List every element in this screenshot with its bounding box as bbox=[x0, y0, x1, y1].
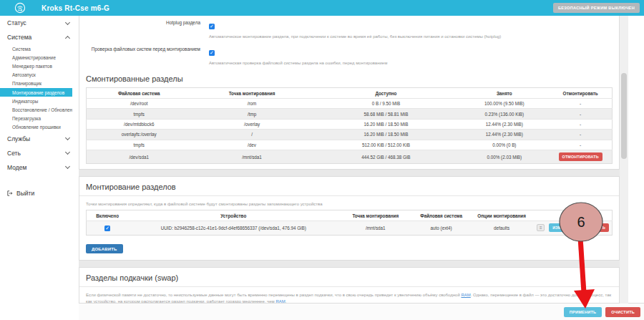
sidebar-section-modem[interactable]: Модем bbox=[0, 160, 79, 175]
column-header: Файловая система bbox=[412, 210, 470, 221]
chevron-up-icon bbox=[65, 35, 70, 40]
action-bar: ПРИМЕНИТЬ ОЧИСТИТЬ bbox=[79, 303, 644, 320]
logout-button[interactable]: Выйти bbox=[0, 184, 79, 203]
safe-mode-button[interactable]: БЕЗОПАСНЫЙ РЕЖИМ ВЫКЛЮЧЕН bbox=[553, 3, 640, 13]
add-mount-button[interactable]: ДОБАВИТЬ bbox=[86, 244, 123, 253]
cell-filesystem: /dev/root bbox=[87, 99, 192, 109]
mounted-partitions-title: Смонтированные разделы bbox=[86, 74, 613, 83]
apply-button[interactable]: ПРИМЕНИТЬ bbox=[564, 307, 602, 317]
chevron-down-icon bbox=[65, 164, 70, 169]
mounted-partitions-table: Файловая система Точка монтирования Дост… bbox=[86, 87, 613, 164]
chevron-down-icon bbox=[65, 19, 70, 24]
sidebar-item-autostart[interactable]: Автозапуск bbox=[0, 71, 72, 79]
sidebar-section-network[interactable]: Сеть bbox=[0, 146, 79, 160]
column-header-actions bbox=[533, 210, 612, 221]
column-header: Доступно bbox=[313, 88, 460, 99]
cell-available: 16.20 MiB / 18.50 MiB bbox=[313, 119, 460, 129]
scrollbar-thumb[interactable] bbox=[621, 73, 627, 159]
mount-settings-card: Hotplug раздела Автоматическое монтирова… bbox=[79, 16, 620, 170]
cell-mount-point: /mnt/sda1 bbox=[192, 150, 313, 163]
main-content: Hotplug раздела Автоматическое монтирова… bbox=[79, 16, 620, 304]
sidebar: Статус Система Система Администрирование… bbox=[0, 16, 79, 320]
cell-used: 0.00% (0 B) bbox=[459, 140, 549, 150]
cell-used: 0.00% (2.03 MiB) bbox=[459, 150, 549, 163]
cell-enabled bbox=[87, 221, 129, 235]
chevron-down-icon bbox=[65, 150, 70, 155]
cell-used: 100.00% (9.50 MiB) bbox=[459, 99, 549, 109]
mount-config-card: Монтирование разделов Точки монтирования… bbox=[79, 176, 620, 261]
sidebar-section-services[interactable]: Службы bbox=[0, 132, 79, 146]
scrollbar[interactable] bbox=[620, 16, 628, 304]
swap-title: Разделы подкачки (swap) bbox=[86, 273, 613, 282]
exit-icon bbox=[7, 190, 13, 196]
cell-filesystem: /dev/mtdblock6 bbox=[87, 119, 192, 129]
column-header: Устройство bbox=[128, 210, 338, 221]
delete-button[interactable]: УДАЛИТЬ bbox=[582, 223, 609, 232]
cell-used: 0.23% (136.00 KiB) bbox=[459, 109, 549, 119]
column-header: Точка монтирования bbox=[338, 210, 412, 221]
column-header: Опции монтирования bbox=[470, 210, 533, 221]
app-header: Kroks Rt-Cse m6-G БЕЗОПАСНЫЙ РЕЖИМ ВЫКЛЮ… bbox=[0, 0, 644, 16]
swap-card: Разделы подкачки (swap) Если физической … bbox=[79, 267, 620, 304]
cell-mount-point: /mnt/sda1 bbox=[338, 221, 412, 235]
swap-hint: Если физической памяти не достаточно, то… bbox=[86, 292, 613, 304]
mount-config-title: Монтирование разделов bbox=[86, 183, 613, 191]
chevron-down-icon bbox=[65, 135, 70, 140]
cell-available: 58.68 MiB / 58.81 MiB bbox=[313, 109, 460, 119]
hotplug-checkbox[interactable] bbox=[209, 24, 215, 29]
cell-unmount: - bbox=[549, 109, 612, 119]
cell-options: defaults bbox=[470, 221, 533, 235]
column-header: Отмонтировать bbox=[549, 88, 612, 99]
hotplug-label: Hotplug раздела bbox=[86, 18, 209, 42]
table-header-row: Файловая система Точка монтирования Дост… bbox=[87, 88, 613, 99]
cell-mount-point: /tmp bbox=[192, 109, 313, 119]
unmount-button[interactable]: ОТМОНТИРОВАТЬ bbox=[559, 152, 602, 161]
divider bbox=[79, 286, 619, 287]
sidebar-item-indicators[interactable]: Индикаторы bbox=[0, 97, 72, 105]
cell-mount-point: / bbox=[192, 130, 313, 140]
cell-unmount: - bbox=[549, 119, 612, 129]
sidebar-item-firmware-update[interactable]: Обновление прошивки bbox=[0, 123, 72, 132]
sidebar-item-recovery-update[interactable]: Восстановление / Обновление bbox=[0, 105, 72, 114]
sidebar-item-package-manager[interactable]: Менеджер пакетов bbox=[0, 62, 72, 70]
sidebar-section-status[interactable]: Статус bbox=[0, 16, 79, 30]
sidebar-section-system[interactable]: Система bbox=[0, 30, 79, 44]
mount-config-hint: Точки монтирования определяют, куда в фа… bbox=[86, 201, 613, 208]
clear-button[interactable]: ОЧИСТИТЬ bbox=[605, 307, 640, 317]
cell-unmount: - bbox=[549, 130, 612, 140]
fsck-hint: Автоматическая проверка файловой системы… bbox=[209, 60, 613, 67]
cell-unmount: - bbox=[549, 99, 612, 109]
cell-available: 0 B / 9.50 MiB bbox=[313, 99, 460, 109]
app-title: Kroks Rt-Cse m6-G bbox=[42, 4, 109, 12]
table-row: overlayfs:/overlay / 16.20 MiB / 18.50 M… bbox=[87, 130, 613, 140]
cell-used: 12.44% (2.30 MiB) bbox=[459, 130, 549, 140]
column-header: Файловая система bbox=[87, 88, 192, 99]
cell-mount-point: /rom bbox=[192, 99, 313, 109]
mount-enabled-checkbox[interactable] bbox=[104, 226, 110, 231]
edit-button[interactable]: ИЗМЕНИТЬ bbox=[549, 223, 578, 232]
table-row: tmpfs /tmp 58.68 MiB / 58.81 MiB 0.23% (… bbox=[87, 109, 613, 119]
fsck-checkbox[interactable] bbox=[209, 50, 215, 56]
divider bbox=[79, 195, 619, 196]
sidebar-item-partition-mounting[interactable]: Монтирование разделов bbox=[0, 88, 72, 97]
cell-filesystem: /dev/sda1 bbox=[87, 150, 192, 163]
drag-handle-icon[interactable]: ≡ bbox=[537, 224, 545, 231]
cell-used: 12.44% (2.30 MiB) bbox=[459, 119, 549, 129]
cell-filesystem: overlayfs:/overlay bbox=[87, 130, 192, 140]
column-header: Занято bbox=[459, 88, 549, 99]
column-header: Включено bbox=[87, 210, 129, 221]
sidebar-item-system[interactable]: Система bbox=[0, 44, 72, 53]
fsck-label: Проверка файловых систем перед монтирова… bbox=[86, 44, 209, 69]
sidebar-item-reboot[interactable]: Перезагрузка bbox=[0, 115, 72, 123]
sidebar-item-administration[interactable]: Администрирование bbox=[0, 53, 72, 62]
cell-mount-point: /dev bbox=[192, 140, 313, 150]
cell-filesystem: tmpfs bbox=[87, 140, 192, 150]
cell-unmount: ОТМОНТИРОВАТЬ bbox=[549, 150, 612, 163]
ram-link[interactable]: RAM bbox=[461, 293, 470, 297]
cell-available: 512.00 KiB / 512.00 KiB bbox=[313, 140, 460, 150]
column-header: Точка монтирования bbox=[192, 88, 313, 99]
table-row: /dev/root /rom 0 B / 9.50 MiB 100.00% (9… bbox=[87, 99, 613, 109]
sidebar-item-scheduler[interactable]: Планировщик bbox=[0, 79, 72, 88]
table-row: /dev/mtdblock6 /overlay 16.20 MiB / 18.5… bbox=[87, 119, 613, 129]
cell-device: UUID: b2946258-c12c-41e1-9dcf-d4ef686563… bbox=[128, 221, 338, 235]
